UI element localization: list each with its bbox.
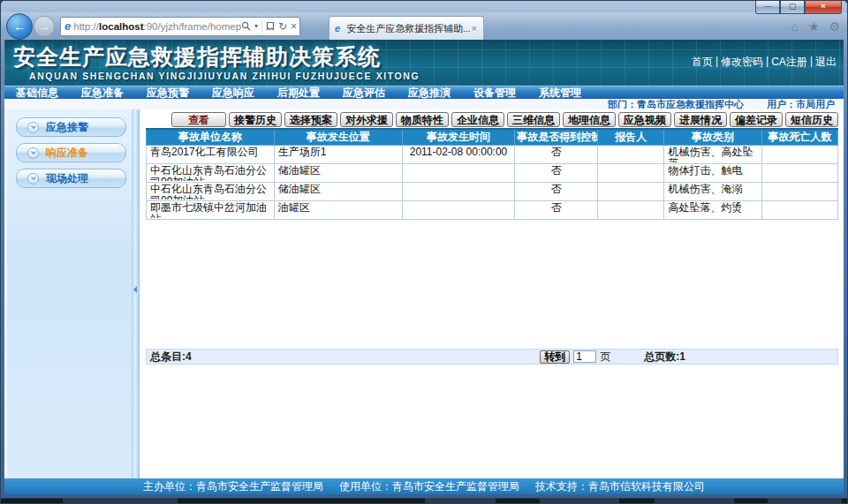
table-cell[interactable]: 机械伤害、淹溺 [664, 183, 761, 201]
collapse-arrow-icon[interactable] [133, 286, 137, 293]
sms-history-button[interactable]: 短信历史 [785, 112, 838, 127]
header-links: 首页 | 修改密码 | CA注册 | 退出 [692, 55, 837, 70]
stop-icon[interactable]: × [291, 21, 297, 32]
close-button[interactable]: × [805, 1, 842, 14]
table-cell[interactable]: 否 [515, 183, 598, 201]
table-cell[interactable] [402, 183, 515, 201]
search-dropdown-icon[interactable]: ▾ [254, 23, 258, 30]
cell-text [602, 184, 660, 197]
deviation-record-button[interactable]: 偏差记录 [730, 112, 783, 127]
table-cell[interactable] [402, 164, 515, 183]
table-cell[interactable]: 物体打击、触电 [664, 164, 761, 183]
table-cell[interactable] [402, 201, 515, 220]
col-location: 事故发生位置 [274, 129, 402, 146]
page-number-input[interactable] [573, 350, 596, 363]
table-cell[interactable]: 生产场所1 [274, 146, 402, 164]
cell-text: 油罐区 [278, 202, 398, 215]
geo-info-button[interactable]: 地理信息 [563, 112, 616, 127]
table-row[interactable]: 中石化山东青岛石油分公司09加油站 储油罐区 否 物体打击、触电 [147, 164, 838, 183]
3d-info-button[interactable]: 三维信息 [507, 112, 560, 127]
col-unit-name: 事故单位名称 [147, 129, 275, 146]
cell-text: 生产场所1 [278, 147, 398, 160]
alarm-history-button[interactable]: 接警历史 [229, 112, 282, 127]
compatibility-view-icon[interactable] [266, 21, 275, 31]
cell-text: 机械伤害、淹溺 [668, 184, 757, 197]
tab-close-icon[interactable]: × [470, 23, 479, 34]
url-text[interactable]: http://localhost:90/yjzh/frame/homepage.… [73, 21, 241, 32]
table-cell[interactable]: 中石化山东青岛石油分公司09加油站 [147, 183, 275, 201]
progress-button[interactable]: 进展情况 [674, 112, 727, 127]
back-button[interactable]: ← [6, 13, 33, 40]
favorites-star-icon[interactable]: ★ [808, 19, 820, 34]
table-cell[interactable]: 即墨市七级镇中岔河加油站 [147, 201, 275, 220]
table-cell[interactable]: 中石化山东青岛石油分公司09加油站 [147, 164, 275, 183]
emergency-video-button[interactable]: 应急视频 [618, 112, 671, 127]
settings-gear-icon[interactable]: ⚙ [829, 19, 840, 34]
nav-item-emergency-response[interactable]: 应急响应 [201, 87, 266, 100]
table-cell[interactable]: 储油罐区 [274, 164, 402, 183]
nav-item-equipment-management[interactable]: 设备管理 [462, 87, 527, 100]
view-button[interactable]: 查看 [171, 112, 226, 127]
nav-item-emergency-preparation[interactable]: 应急准备 [70, 87, 135, 100]
address-bar[interactable]: e http://localhost:90/yjzh/frame/homepag… [60, 17, 300, 36]
home-icon[interactable]: ⌂ [791, 19, 798, 34]
table-cell[interactable]: 高处坠落、灼烫 [664, 201, 761, 220]
nav-item-emergency-drill[interactable]: 应急推演 [397, 87, 462, 100]
table-cell[interactable]: 否 [515, 146, 598, 164]
nav-item-emergency-warning[interactable]: 应急预警 [135, 87, 201, 100]
table-cell[interactable] [598, 183, 664, 201]
table-cell[interactable]: 否 [515, 201, 598, 220]
table-cell[interactable] [761, 164, 837, 183]
table-row[interactable]: 青岛2017化工有限公司 生产场所1 2011-02-08 00:00:00 否… [147, 146, 838, 164]
col-controlled: 事故是否得到控制 [515, 129, 598, 146]
nav-item-system-management[interactable]: 系统管理 [527, 87, 593, 100]
url-prefix: http:// [73, 21, 99, 32]
select-plan-button[interactable]: 选择预案 [284, 112, 337, 127]
content-area: 查看 接警历史 选择预案 对外求援 物质特性 企业信息 三维信息 地理信息 应急… [140, 109, 844, 478]
table-cell[interactable]: 储油罐区 [274, 183, 402, 201]
cell-text [406, 184, 511, 197]
minimize-button[interactable]: — [755, 1, 780, 14]
link-ca-register[interactable]: CA注册 [771, 55, 807, 70]
browser-chrome: ← → e http://localhost:90/yjzh/frame/hom… [1, 12, 847, 40]
search-icon[interactable] [241, 21, 251, 31]
table-row[interactable]: 即墨市七级镇中岔河加油站 油罐区 否 高处坠落、灼烫 [147, 201, 838, 220]
refresh-icon[interactable]: ↻ [278, 21, 287, 32]
table-cell[interactable]: 油罐区 [274, 201, 402, 220]
goto-page-button[interactable]: 转到 [540, 350, 570, 364]
chevron-down-icon [27, 147, 39, 159]
table-cell[interactable]: 机械伤害、高处坠落 [664, 146, 761, 164]
table-cell[interactable] [598, 146, 664, 164]
sidebar-item-response-preparation[interactable]: 响应准备 [16, 143, 126, 162]
table-cell[interactable] [598, 201, 664, 220]
window-controls: — ▢ × [755, 1, 842, 14]
col-reporter: 报告人 [598, 129, 664, 146]
table-cell[interactable] [761, 146, 837, 164]
sidebar-item-site-handling[interactable]: 现场处理 [16, 169, 126, 188]
table-cell[interactable]: 青岛2017化工有限公司 [147, 146, 275, 164]
table-cell[interactable] [598, 164, 664, 183]
cell-text [766, 184, 834, 197]
link-home[interactable]: 首页 [692, 55, 713, 70]
maximize-button[interactable]: ▢ [780, 1, 805, 14]
total-items-label: 总条目:4 [150, 350, 192, 365]
link-logout[interactable]: 退出 [815, 55, 837, 70]
nav-item-basic-info[interactable]: 基础信息 [4, 87, 70, 100]
table-cell[interactable]: 2011-02-08 00:00:00 [402, 146, 515, 164]
table-row[interactable]: 中石化山东青岛石油分公司09加油站 储油罐区 否 机械伤害、淹溺 [147, 183, 838, 201]
browser-tab[interactable]: e 安全生产应急救援指挥辅助... × [329, 16, 484, 40]
link-change-password[interactable]: 修改密码 [721, 55, 763, 70]
enterprise-info-button[interactable]: 企业信息 [451, 112, 504, 127]
sidebar-splitter[interactable] [132, 109, 140, 478]
material-properties-button[interactable]: 物质特性 [396, 112, 449, 127]
footer-host-unit: 主办单位：青岛市安全生产监督管理局 [143, 479, 323, 494]
nav-item-emergency-evaluation[interactable]: 应急评估 [331, 87, 397, 100]
external-help-button[interactable]: 对外求援 [340, 112, 393, 127]
table-cell[interactable] [761, 183, 837, 201]
forward-button[interactable]: → [34, 16, 55, 37]
nav-item-post-disposal[interactable]: 后期处置 [266, 87, 331, 100]
table-cell[interactable]: 否 [515, 164, 598, 183]
table-cell[interactable] [761, 201, 837, 220]
sidebar-item-emergency-alarm[interactable]: 应急接警 [16, 117, 126, 137]
col-category: 事故类别 [664, 129, 761, 146]
